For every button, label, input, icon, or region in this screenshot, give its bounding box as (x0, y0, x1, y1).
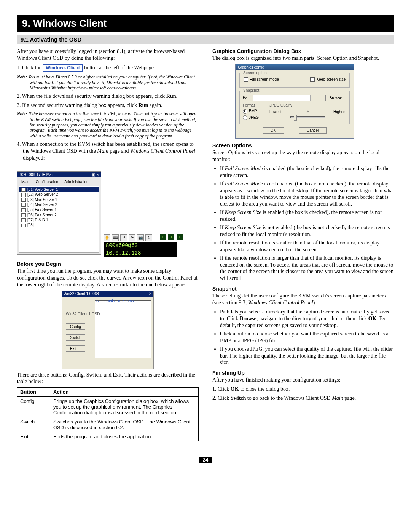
hand-icon[interactable]: ✋ (104, 234, 110, 241)
lowest-label: Lowest (269, 110, 282, 114)
server-icon (21, 218, 26, 222)
list-item[interactable]: [08] (19, 222, 99, 227)
step4-main: Main (97, 148, 108, 154)
indicator-1: 1 (160, 234, 166, 240)
left-column: After you have successfully logged in (s… (17, 48, 199, 441)
config-button[interactable]: Config (66, 323, 85, 330)
pointer-icon[interactable]: ↗ (120, 234, 127, 241)
list-item: If the remote resolution is larger than … (220, 255, 394, 282)
finish-step-2: 2. Click Switch to go back to the Window… (212, 395, 394, 402)
cell-button: Switch (17, 417, 50, 432)
note-1: Note: You must have DirectX 7.0 or highe… (17, 74, 199, 91)
ip-display: 10.0.12.128 (104, 249, 177, 257)
list-item[interactable]: [01] Web Server 1 (19, 187, 99, 192)
list-item[interactable]: [05] Fax Server 1 (19, 207, 99, 212)
snapshot-fieldset: Snapshot Path: Browse Format BMP JPEG (239, 91, 350, 124)
config-window: Win32 Client 1.0.068 ✕ Connected to 10.3… (62, 291, 154, 369)
keep-size-checkbox[interactable]: Keep screen size (310, 77, 346, 82)
table-row: Config Brings up the Graphics Configurat… (17, 397, 199, 417)
note2-label: Note: (17, 111, 27, 117)
ok-button[interactable]: OK (263, 127, 284, 134)
section-title: 9.1 Activating the OSD (17, 35, 394, 44)
cancel-button[interactable]: Cancel (299, 127, 327, 134)
refresh-icon[interactable]: ↻ (145, 234, 152, 241)
screen-options-intro: Screen Options lets you set up the way t… (212, 149, 394, 163)
jpeg-radio[interactable]: JPEG (243, 115, 269, 120)
table-row: Switch Switches you to the Windows Clien… (17, 417, 199, 432)
osd-window-controls[interactable]: ▣ ✕ (92, 173, 99, 177)
step3-post: again. (148, 102, 162, 108)
osd-window: B020-008-17 IP Main ▣ ✕ Main Configurati… (17, 171, 101, 255)
note1-label: Note: (17, 74, 27, 80)
gfx-intro: The dialog box is organized into two mai… (212, 55, 394, 62)
cell-action: Brings up the Graphics Configuration dia… (50, 397, 199, 417)
bmp-radio[interactable]: BMP (243, 109, 269, 113)
table-intro: There are three buttons: Config, Switch,… (17, 372, 199, 385)
osd-server-list[interactable]: [01] Web Server 1 [02] Web Server 2 [03]… (19, 186, 99, 253)
windows-client-button[interactable]: Windows Client (43, 64, 83, 72)
list-item: If you choose JPEG, you can select the q… (220, 346, 394, 366)
server-icon (21, 213, 26, 217)
cfg-close-icon[interactable]: ✕ (149, 292, 152, 296)
screen-options-head: Screen Options (212, 142, 394, 149)
cfg-connected: Connected to 10.3.7.253 (96, 299, 134, 303)
before-you-begin-head: Before you Begin (17, 261, 199, 267)
list-item[interactable]: [04] Mail Server 2 (19, 202, 99, 207)
path-label: Path: (243, 96, 252, 100)
graphics-config-dialog: Graphics config Screen option Full scree… (235, 64, 354, 139)
finish-step-1: 1. Click OK to close the dialog box. (212, 386, 394, 393)
before-you-begin-text: The first time you run the program, you … (17, 268, 199, 288)
format-label: Format (243, 103, 269, 107)
list-item: If Keep Screen Size is enabled (the box … (220, 209, 394, 223)
osd-tab-main[interactable]: Main (19, 179, 32, 184)
osd-tab-admin[interactable]: Administration (62, 179, 91, 184)
cfg-title: Win32 Client 1.0.068 (64, 292, 99, 296)
list-item[interactable]: [02] Web Server 2 (19, 192, 99, 197)
actions-table: Button Action Config Brings up the Graph… (17, 387, 199, 441)
browse-button[interactable]: Browse (325, 95, 346, 101)
step2-pre: 2. When the file download security warni… (17, 93, 166, 99)
note2-text: If the browser cannot run the file, save… (28, 111, 196, 139)
server-icon (21, 188, 26, 192)
cell-action: Ends the program and closes the applicat… (50, 432, 199, 441)
sun-icon[interactable]: ☀ (129, 234, 135, 241)
list-item[interactable]: [03] Mail Server 1 (19, 197, 99, 202)
step4-c: displayed: (23, 155, 45, 161)
keyboard-icon[interactable]: ⌨ (112, 234, 119, 241)
chapter-title: 9. Windows Client (17, 15, 394, 32)
intro-text: After you have successfully logged in (s… (17, 48, 199, 62)
step-3: 3. If a second security warning dialog b… (17, 102, 199, 109)
list-item[interactable]: [06] Fax Server 2 (19, 212, 99, 217)
cfg-osd-label: Win32 Client 1 OSD (66, 312, 100, 316)
step1-post: button at the left of the Webpage. (84, 65, 155, 70)
cell-button: Exit (17, 432, 50, 441)
path-input[interactable] (253, 95, 311, 101)
exit-button[interactable]: Exit (66, 345, 85, 352)
list-item: Path lets you select a directory that th… (220, 308, 394, 329)
cfg-preview-panel (95, 300, 151, 358)
switch-button[interactable]: Switch (66, 334, 85, 341)
server-icon (21, 224, 26, 227)
right-column: Graphics Configuration Dialog Box The di… (212, 48, 394, 441)
finishing-up-head: Finishing Up (212, 370, 394, 376)
step2-run: Run (166, 93, 176, 99)
step3-pre: 3. If a second security warning dialog b… (17, 102, 139, 108)
note1-text: You must have DirectX 7.0 or higher inst… (28, 74, 195, 91)
control-panel: ✋ ⌨ ↗ ☀ 📷 ↻ 1 1 1 800x600@60 10.0.12.128 (104, 234, 183, 257)
indicator-2: 1 (168, 234, 174, 240)
list-item: If Full Screen Mode is enabled (the box … (220, 165, 394, 179)
list-item: If the remote resolution is smaller than… (220, 240, 394, 253)
quality-slider[interactable] (290, 116, 325, 118)
screen-options-list: If Full Screen Mode is enabled (the box … (212, 165, 394, 282)
snapshot-head: Snapshot (212, 286, 394, 292)
page-number: 24 (199, 457, 212, 463)
full-screen-checkbox[interactable]: Full screen mode (244, 77, 279, 82)
list-item[interactable]: [07] R & D 1 (19, 217, 99, 222)
finishing-up-intro: After you have finished making your conf… (212, 377, 394, 383)
gfx-head: Graphics Configuration Dialog Box (212, 48, 394, 54)
screen-option-fieldset: Screen option Full screen mode Keep scre… (239, 73, 350, 88)
camera-icon[interactable]: 📷 (137, 234, 144, 241)
list-item: If Full Screen Mode is not enabled (the … (220, 181, 394, 208)
server-icon (21, 208, 26, 212)
osd-tab-config[interactable]: Configuration (33, 179, 61, 184)
